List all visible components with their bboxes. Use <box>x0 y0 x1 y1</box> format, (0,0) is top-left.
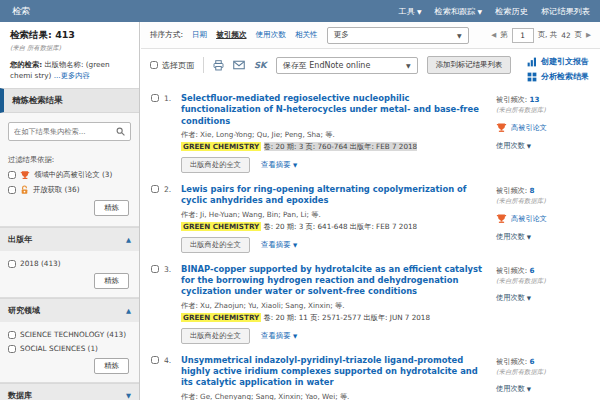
refine-search-box[interactable] <box>8 122 131 141</box>
section-research-areas[interactable]: 研究领域 ▲ <box>0 298 139 322</box>
chevron-down-icon[interactable]: ▼ <box>126 392 131 400</box>
article-checkbox[interactable] <box>151 185 159 193</box>
usage-count-link[interactable]: 使用次数▼ <box>496 141 596 151</box>
trophy-icon <box>496 213 507 224</box>
chevron-down-icon: ▼ <box>293 333 297 339</box>
times-cited-count[interactable]: 6 <box>529 357 534 366</box>
article-journal-line: GREEN CHEMISTRY 卷: 20 期: 3 页: 641-648 出版… <box>181 222 488 232</box>
article-content: BINAP-copper supported by hydrotalcite a… <box>181 264 496 344</box>
topbar-menus: 工具▼ 检索和跟踪▼ 检索历史 标记结果列表 <box>399 6 590 17</box>
research-area-checkbox[interactable] <box>8 345 16 353</box>
highly-cited-badge[interactable]: 高被引论文 <box>496 122 596 133</box>
results-list: 1. Selectfluor-mediated regioselective n… <box>141 87 600 400</box>
article-checkbox[interactable] <box>151 356 159 364</box>
article-row: 2. Lewis pairs for ring-opening alternat… <box>141 178 600 258</box>
research-area-option[interactable]: SCIENCE TECHNOLOGY (413) <box>8 330 131 339</box>
view-abstract-link[interactable]: 查看摘要 ▼ <box>261 240 297 250</box>
page-number-input[interactable] <box>512 28 534 43</box>
filter-open-access[interactable]: 开放获取 (36) <box>8 185 131 195</box>
refine-pub-year-button[interactable]: 精炼 <box>94 273 129 289</box>
usage-count-link[interactable]: 使用次数▼ <box>496 232 596 242</box>
email-icon[interactable] <box>233 60 245 70</box>
article-authors: 作者: Xu, Zhaojun; Yu, Xiaoli; Sang, Xinxi… <box>181 301 488 311</box>
article-citation-column: 被引频次: 6 (来自所有数据库) 使用次数▼ <box>496 264 596 344</box>
article-checkbox[interactable] <box>151 94 159 102</box>
search-history-link[interactable]: 检索历史 <box>495 6 528 17</box>
refine-search-input[interactable] <box>14 127 116 136</box>
print-icon[interactable] <box>213 60 224 71</box>
refine-filters-button[interactable]: 精炼 <box>94 200 129 216</box>
times-cited-count[interactable]: 8 <box>529 186 534 195</box>
times-cited-count[interactable]: 13 <box>529 95 539 104</box>
research-area-option[interactable]: SOCIAL SCIENCES (1) <box>8 344 131 353</box>
research-area-checkbox[interactable] <box>8 331 16 339</box>
refine-research-areas-button[interactable]: 精炼 <box>94 358 129 374</box>
article-select: 3. <box>151 264 181 344</box>
times-cited-count[interactable]: 6 <box>529 266 534 275</box>
more-content-link[interactable]: ...更多内容 <box>54 71 90 80</box>
article-checkbox[interactable] <box>151 265 159 273</box>
chevron-up-icon[interactable]: ▲ <box>126 236 131 244</box>
tools-menu[interactable]: 工具▼ <box>399 6 422 17</box>
page-title: 检索 <box>12 5 30 18</box>
article-title-link[interactable]: Lewis pairs for ring-opening alternating… <box>181 184 488 207</box>
search-icon[interactable] <box>116 127 125 136</box>
journal-name: GREEN CHEMISTRY <box>181 222 261 231</box>
highly-cited-checkbox[interactable] <box>8 171 16 179</box>
sort-label: 排序方式: <box>150 30 183 40</box>
open-access-icon <box>20 185 29 195</box>
article-content: Selectfluor-mediated regioselective nucl… <box>181 93 496 173</box>
toolbar-divider <box>203 57 204 73</box>
trophy-icon <box>20 170 30 180</box>
pub-year-option[interactable]: 2018 (413) <box>8 259 131 268</box>
view-abstract-link[interactable]: 查看摘要 ▼ <box>261 331 297 341</box>
section-pub-year[interactable]: 出版年 ▲ <box>0 227 139 251</box>
highly-cited-badge[interactable]: 高被引论文 <box>496 213 596 224</box>
article-select: 1. <box>151 93 181 173</box>
chevron-down-icon: ▼ <box>478 8 483 15</box>
sort-by-relevance[interactable]: 相关性 <box>295 30 318 40</box>
next-page-icon[interactable]: ▶ <box>586 31 591 39</box>
sort-by-usage[interactable]: 使用次数 <box>256 30 286 40</box>
save-to-endnote-select[interactable]: 保存至 EndNote online ▼ <box>276 57 418 74</box>
section-databases[interactable]: 数据库 ▼ <box>0 383 139 400</box>
sort-bar: 排序方式: 日期 被引频次 使用次数 相关性 更多 ▼ ◀ 第 页, 共 42 … <box>141 22 600 49</box>
usage-count-link[interactable]: 使用次数▼ <box>496 384 596 394</box>
article-row: 4. Unsymmetrical indazolyl-pyridinyl-tri… <box>141 349 600 400</box>
fulltext-button[interactable]: 出版商处的全文 <box>181 157 250 173</box>
fulltext-button[interactable]: 出版商处的全文 <box>181 328 250 344</box>
times-cited: 被引频次: 6 <box>496 266 596 276</box>
prev-page-icon[interactable]: ◀ <box>491 31 496 39</box>
fulltext-button[interactable]: 出版商处的全文 <box>181 237 250 253</box>
article-journal-line: GREEN CHEMISTRY 卷: 20 期: 3 页: 760-764 出版… <box>181 142 488 152</box>
usage-count-link[interactable]: 使用次数▼ <box>496 293 596 303</box>
results-count-title: 检索结果: 413 <box>10 29 129 42</box>
sort-more-select[interactable]: 更多 ▼ <box>327 27 469 44</box>
pagination: ◀ 第 页, 共 42 页 ▶ <box>491 28 591 43</box>
article-title-link[interactable]: Unsymmetrical indazolyl-pyridinyl-triazo… <box>181 355 488 389</box>
pub-year-checkbox[interactable] <box>8 260 16 268</box>
article-title-link[interactable]: Selectfluor-mediated regioselective nucl… <box>181 93 488 127</box>
search-and-track-menu[interactable]: 检索和跟踪▼ <box>435 6 483 17</box>
marked-list-link[interactable]: 标记结果列表 <box>541 6 590 17</box>
chevron-up-icon[interactable]: ▲ <box>126 307 131 315</box>
times-cited: 被引频次: 13 <box>496 95 596 105</box>
kopernio-icon[interactable]: SK <box>254 60 267 70</box>
article-citation-column: 被引频次: 6 (来自所有数据库) 使用次数▼ <box>496 355 596 400</box>
view-abstract-link[interactable]: 查看摘要 ▼ <box>261 160 297 170</box>
sort-by-date[interactable]: 日期 <box>192 30 207 40</box>
article-authors: 作者: Ji, He-Yuan; Wang, Bin; Pan, Li; 等. <box>181 210 488 220</box>
chevron-down-icon: ▼ <box>527 143 531 149</box>
select-page-checkbox[interactable] <box>150 61 158 69</box>
article-title-link[interactable]: BINAP-copper supported by hydrotalcite a… <box>181 264 488 298</box>
analyze-results-link[interactable]: 分析检索结果 <box>527 71 589 82</box>
refine-sidebar: 检索结果: 413 (来自 所有数据库) 您的检索: 出版物名称: (green… <box>0 22 140 400</box>
create-citation-report-link[interactable]: 创建引文报告 <box>527 56 589 67</box>
add-to-marked-list-button[interactable]: 添加到标记结果列表 <box>427 56 512 74</box>
select-page-control[interactable]: 选择页面 <box>150 60 194 71</box>
sort-by-times-cited[interactable]: 被引频次 <box>216 30 246 40</box>
filter-highly-cited[interactable]: 领域中的高被引论文 (3) <box>8 170 131 180</box>
article-journal-line: GREEN CHEMISTRY 卷: 20 期: 11 页: 2571-2577… <box>181 313 488 323</box>
article-row: 3. BINAP-copper supported by hydrotalcit… <box>141 258 600 349</box>
open-access-checkbox[interactable] <box>8 186 16 194</box>
